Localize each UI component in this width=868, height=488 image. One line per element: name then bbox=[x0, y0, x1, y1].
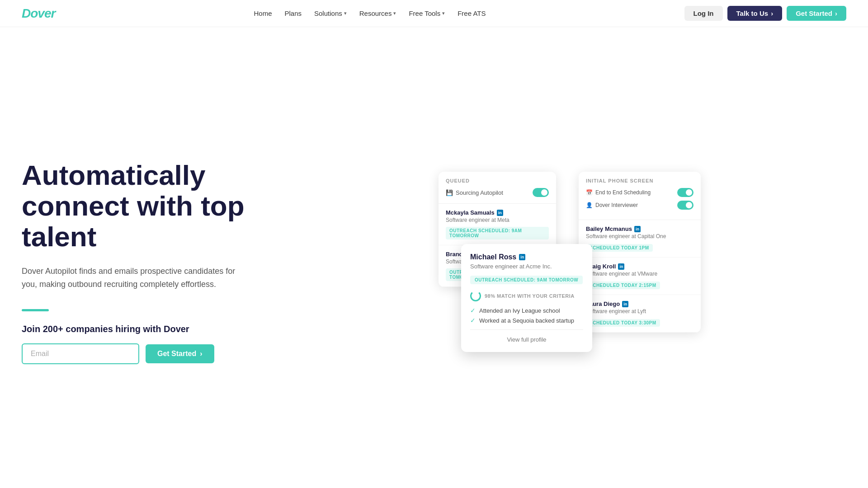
sourcing-toggle[interactable] bbox=[533, 188, 549, 197]
chevron-down-icon: ▾ bbox=[393, 10, 396, 16]
linkedin-icon: in bbox=[519, 254, 525, 260]
navbar: Dover Home Plans Solutions ▾ Resources ▾… bbox=[0, 0, 868, 27]
database-icon: 💾 bbox=[446, 189, 453, 196]
linkedin-icon: in bbox=[622, 301, 628, 307]
arrow-icon: › bbox=[200, 350, 202, 358]
criteria-item-1: ✓ Attended an Ivy League school bbox=[470, 307, 583, 314]
divider-line bbox=[22, 309, 49, 311]
candidate-role: Software engineer at Meta bbox=[446, 217, 549, 223]
phone-panel: INITIAL PHONE SCREEN 📅 End to End Schedu… bbox=[579, 172, 701, 333]
logo[interactable]: Dover bbox=[22, 6, 55, 21]
hero-title: Automatically connect with top talent bbox=[22, 160, 293, 253]
candidate-name: Bailey Mcmanus in bbox=[586, 225, 693, 232]
nav-home[interactable]: Home bbox=[254, 9, 272, 17]
queued-candidate-1: Mckayla Samuals in Software engineer at … bbox=[439, 204, 556, 245]
get-started-button[interactable]: Get Started › bbox=[146, 344, 214, 363]
candidate-name: Laura Diego in bbox=[586, 300, 693, 307]
linkedin-icon: in bbox=[618, 263, 624, 270]
candidate-name: Craig Kroll in bbox=[586, 263, 693, 270]
user-icon: 👤 bbox=[586, 202, 593, 208]
email-input[interactable] bbox=[22, 343, 139, 364]
nav-actions: Log In Talk to Us › Get Started › bbox=[684, 6, 846, 21]
nav-resources[interactable]: Resources ▾ bbox=[359, 9, 396, 17]
popup-name: Michael Ross in bbox=[470, 253, 583, 261]
linkedin-icon: in bbox=[497, 210, 503, 216]
end-to-end-toggle[interactable] bbox=[677, 188, 693, 197]
hero-right: QUEUED 💾 Sourcing Autopilot Mckayla Samu… bbox=[293, 163, 846, 361]
check-icon: ✓ bbox=[470, 307, 476, 314]
email-row: Get Started › bbox=[22, 343, 293, 364]
talk-button[interactable]: Talk to Us › bbox=[727, 6, 783, 21]
outreach-badge: OUTREACH SCHEDULED: 9AM TOMORROW bbox=[446, 227, 549, 239]
scheduled-badge: SCHEDULED TODAY 2:15PM bbox=[586, 282, 660, 289]
candidate-role: Software engineer at VMware bbox=[586, 271, 693, 277]
dover-interviewer-label: 👤 Dover Interviewer bbox=[586, 202, 638, 208]
phone-header-label: INITIAL PHONE SCREEN bbox=[586, 178, 693, 183]
phone-candidate-3: Laura Diego in Software engineer at Lyft… bbox=[579, 295, 701, 333]
popup-outreach-badge: OUTREACH SCHEDULED: 9AM TOMORROW bbox=[470, 276, 583, 284]
arrow-icon: › bbox=[771, 9, 773, 17]
candidate-role: Software engineer at Capital One bbox=[586, 233, 693, 239]
phone-candidate-2: Craig Kroll in Software engineer at VMwa… bbox=[579, 258, 701, 295]
sourcing-toggle-row: 💾 Sourcing Autopilot bbox=[446, 188, 549, 197]
end-to-end-row: 📅 End to End Scheduling bbox=[586, 188, 693, 197]
arrow-icon: › bbox=[835, 9, 837, 17]
hero-left: Automatically connect with top talent Do… bbox=[22, 160, 293, 364]
nav-free-tools[interactable]: Free Tools ▾ bbox=[409, 9, 445, 17]
match-text: 98% MATCH WITH YOUR CRITERIA bbox=[485, 293, 575, 299]
sourcing-label: 💾 Sourcing Autopilot bbox=[446, 189, 503, 196]
queued-label: QUEUED bbox=[446, 178, 549, 183]
check-icon: ✓ bbox=[470, 317, 476, 324]
scheduled-badge: SCHEDULED TODAY 1PM bbox=[586, 244, 653, 252]
criteria-item-2: ✓ Worked at a Sequoia backed startup bbox=[470, 317, 583, 324]
join-text: Join 200+ companies hiring with Dover bbox=[22, 324, 293, 334]
match-row: 98% MATCH WITH YOUR CRITERIA bbox=[470, 291, 583, 301]
login-button[interactable]: Log In bbox=[684, 6, 723, 21]
hero-subtitle: Dover Autopilot finds and emails prospec… bbox=[22, 265, 239, 291]
chevron-down-icon: ▾ bbox=[442, 10, 445, 16]
dover-interviewer-row: 👤 Dover Interviewer bbox=[586, 201, 693, 210]
nav-free-ats[interactable]: Free ATS bbox=[458, 9, 486, 17]
phone-header: INITIAL PHONE SCREEN 📅 End to End Schedu… bbox=[579, 172, 701, 220]
get-started-nav-button[interactable]: Get Started › bbox=[787, 6, 846, 21]
scheduled-badge: SCHEDULED TODAY 3:30PM bbox=[586, 319, 660, 327]
chevron-down-icon: ▾ bbox=[344, 10, 347, 16]
match-circle-icon bbox=[470, 291, 481, 301]
candidate-name: Mckayla Samuals in bbox=[446, 209, 549, 216]
end-to-end-label: 📅 End to End Scheduling bbox=[586, 189, 651, 196]
nav-links: Home Plans Solutions ▾ Resources ▾ Free … bbox=[254, 9, 486, 17]
linkedin-icon: in bbox=[634, 226, 641, 232]
calendar-icon: 📅 bbox=[586, 189, 593, 196]
mockup-wrapper: QUEUED 💾 Sourcing Autopilot Mckayla Samu… bbox=[439, 172, 701, 361]
candidate-role: Software engineer at Lyft bbox=[586, 308, 693, 314]
nav-plans[interactable]: Plans bbox=[284, 9, 302, 17]
nav-solutions[interactable]: Solutions ▾ bbox=[314, 9, 347, 17]
queued-header: QUEUED 💾 Sourcing Autopilot bbox=[439, 172, 556, 204]
dover-interviewer-toggle[interactable] bbox=[677, 201, 693, 210]
view-profile-link[interactable]: View full profile bbox=[470, 329, 583, 343]
phone-candidate-1: Bailey Mcmanus in Software engineer at C… bbox=[579, 220, 701, 258]
popup-role: Software engineer at Acme Inc. bbox=[470, 263, 583, 270]
hero-section: Automatically connect with top talent Do… bbox=[0, 27, 868, 488]
popup-card: Michael Ross in Software engineer at Acm… bbox=[461, 244, 592, 352]
